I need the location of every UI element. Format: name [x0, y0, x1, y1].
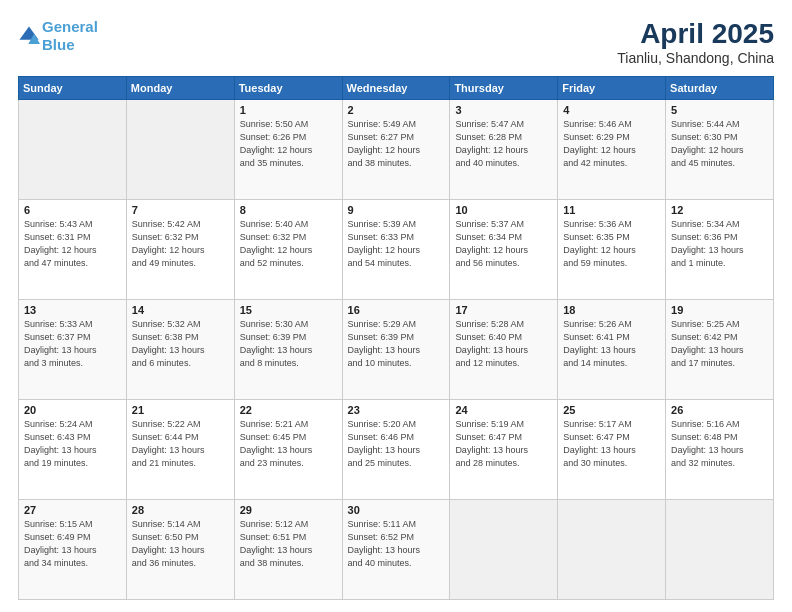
day-number: 16: [348, 304, 445, 316]
day-number: 20: [24, 404, 121, 416]
day-info: Sunrise: 5:49 AM Sunset: 6:27 PM Dayligh…: [348, 118, 445, 170]
calendar-body: 1Sunrise: 5:50 AM Sunset: 6:26 PM Daylig…: [19, 100, 774, 600]
day-number: 19: [671, 304, 768, 316]
calendar-cell: [558, 500, 666, 600]
day-number: 24: [455, 404, 552, 416]
day-number: 15: [240, 304, 337, 316]
day-info: Sunrise: 5:43 AM Sunset: 6:31 PM Dayligh…: [24, 218, 121, 270]
subtitle: Tianliu, Shandong, China: [617, 50, 774, 66]
header-row: SundayMondayTuesdayWednesdayThursdayFrid…: [19, 77, 774, 100]
calendar-cell: 17Sunrise: 5:28 AM Sunset: 6:40 PM Dayli…: [450, 300, 558, 400]
day-info: Sunrise: 5:44 AM Sunset: 6:30 PM Dayligh…: [671, 118, 768, 170]
day-number: 27: [24, 504, 121, 516]
day-number: 8: [240, 204, 337, 216]
calendar-table: SundayMondayTuesdayWednesdayThursdayFrid…: [18, 76, 774, 600]
logo: General Blue: [18, 18, 98, 54]
calendar-cell: [19, 100, 127, 200]
calendar-cell: 15Sunrise: 5:30 AM Sunset: 6:39 PM Dayli…: [234, 300, 342, 400]
day-number: 28: [132, 504, 229, 516]
day-info: Sunrise: 5:24 AM Sunset: 6:43 PM Dayligh…: [24, 418, 121, 470]
day-info: Sunrise: 5:32 AM Sunset: 6:38 PM Dayligh…: [132, 318, 229, 370]
calendar-cell: 11Sunrise: 5:36 AM Sunset: 6:35 PM Dayli…: [558, 200, 666, 300]
day-number: 1: [240, 104, 337, 116]
day-number: 5: [671, 104, 768, 116]
main-title: April 2025: [617, 18, 774, 50]
calendar-cell: 21Sunrise: 5:22 AM Sunset: 6:44 PM Dayli…: [126, 400, 234, 500]
day-info: Sunrise: 5:50 AM Sunset: 6:26 PM Dayligh…: [240, 118, 337, 170]
day-number: 14: [132, 304, 229, 316]
calendar-cell: 18Sunrise: 5:26 AM Sunset: 6:41 PM Dayli…: [558, 300, 666, 400]
calendar-cell: [666, 500, 774, 600]
day-number: 10: [455, 204, 552, 216]
calendar-cell: 2Sunrise: 5:49 AM Sunset: 6:27 PM Daylig…: [342, 100, 450, 200]
calendar-cell: 28Sunrise: 5:14 AM Sunset: 6:50 PM Dayli…: [126, 500, 234, 600]
day-number: 23: [348, 404, 445, 416]
calendar-cell: 23Sunrise: 5:20 AM Sunset: 6:46 PM Dayli…: [342, 400, 450, 500]
day-info: Sunrise: 5:30 AM Sunset: 6:39 PM Dayligh…: [240, 318, 337, 370]
header: General Blue April 2025 Tianliu, Shandon…: [18, 18, 774, 66]
header-day-saturday: Saturday: [666, 77, 774, 100]
calendar-cell: 7Sunrise: 5:42 AM Sunset: 6:32 PM Daylig…: [126, 200, 234, 300]
calendar-cell: [126, 100, 234, 200]
day-info: Sunrise: 5:19 AM Sunset: 6:47 PM Dayligh…: [455, 418, 552, 470]
day-number: 2: [348, 104, 445, 116]
calendar-cell: 3Sunrise: 5:47 AM Sunset: 6:28 PM Daylig…: [450, 100, 558, 200]
week-row-2: 6Sunrise: 5:43 AM Sunset: 6:31 PM Daylig…: [19, 200, 774, 300]
calendar-cell: 9Sunrise: 5:39 AM Sunset: 6:33 PM Daylig…: [342, 200, 450, 300]
day-number: 6: [24, 204, 121, 216]
day-number: 26: [671, 404, 768, 416]
week-row-1: 1Sunrise: 5:50 AM Sunset: 6:26 PM Daylig…: [19, 100, 774, 200]
day-info: Sunrise: 5:39 AM Sunset: 6:33 PM Dayligh…: [348, 218, 445, 270]
day-info: Sunrise: 5:26 AM Sunset: 6:41 PM Dayligh…: [563, 318, 660, 370]
calendar-cell: [450, 500, 558, 600]
page: General Blue April 2025 Tianliu, Shandon…: [0, 0, 792, 612]
logo-line2: Blue: [42, 36, 75, 53]
week-row-3: 13Sunrise: 5:33 AM Sunset: 6:37 PM Dayli…: [19, 300, 774, 400]
day-info: Sunrise: 5:15 AM Sunset: 6:49 PM Dayligh…: [24, 518, 121, 570]
day-info: Sunrise: 5:36 AM Sunset: 6:35 PM Dayligh…: [563, 218, 660, 270]
calendar-cell: 24Sunrise: 5:19 AM Sunset: 6:47 PM Dayli…: [450, 400, 558, 500]
day-info: Sunrise: 5:42 AM Sunset: 6:32 PM Dayligh…: [132, 218, 229, 270]
header-day-tuesday: Tuesday: [234, 77, 342, 100]
day-info: Sunrise: 5:20 AM Sunset: 6:46 PM Dayligh…: [348, 418, 445, 470]
header-day-friday: Friday: [558, 77, 666, 100]
calendar-cell: 1Sunrise: 5:50 AM Sunset: 6:26 PM Daylig…: [234, 100, 342, 200]
day-info: Sunrise: 5:25 AM Sunset: 6:42 PM Dayligh…: [671, 318, 768, 370]
header-day-monday: Monday: [126, 77, 234, 100]
day-number: 9: [348, 204, 445, 216]
day-info: Sunrise: 5:11 AM Sunset: 6:52 PM Dayligh…: [348, 518, 445, 570]
day-info: Sunrise: 5:40 AM Sunset: 6:32 PM Dayligh…: [240, 218, 337, 270]
day-number: 11: [563, 204, 660, 216]
day-number: 17: [455, 304, 552, 316]
calendar-cell: 10Sunrise: 5:37 AM Sunset: 6:34 PM Dayli…: [450, 200, 558, 300]
calendar-cell: 26Sunrise: 5:16 AM Sunset: 6:48 PM Dayli…: [666, 400, 774, 500]
day-info: Sunrise: 5:16 AM Sunset: 6:48 PM Dayligh…: [671, 418, 768, 470]
day-info: Sunrise: 5:46 AM Sunset: 6:29 PM Dayligh…: [563, 118, 660, 170]
logo-icon: [18, 25, 40, 47]
day-info: Sunrise: 5:17 AM Sunset: 6:47 PM Dayligh…: [563, 418, 660, 470]
day-info: Sunrise: 5:14 AM Sunset: 6:50 PM Dayligh…: [132, 518, 229, 570]
day-info: Sunrise: 5:37 AM Sunset: 6:34 PM Dayligh…: [455, 218, 552, 270]
title-block: April 2025 Tianliu, Shandong, China: [617, 18, 774, 66]
header-day-sunday: Sunday: [19, 77, 127, 100]
day-number: 22: [240, 404, 337, 416]
calendar-cell: 6Sunrise: 5:43 AM Sunset: 6:31 PM Daylig…: [19, 200, 127, 300]
calendar-cell: 30Sunrise: 5:11 AM Sunset: 6:52 PM Dayli…: [342, 500, 450, 600]
day-number: 29: [240, 504, 337, 516]
day-number: 7: [132, 204, 229, 216]
day-info: Sunrise: 5:47 AM Sunset: 6:28 PM Dayligh…: [455, 118, 552, 170]
day-number: 3: [455, 104, 552, 116]
day-number: 21: [132, 404, 229, 416]
calendar-cell: 4Sunrise: 5:46 AM Sunset: 6:29 PM Daylig…: [558, 100, 666, 200]
header-day-thursday: Thursday: [450, 77, 558, 100]
calendar-cell: 27Sunrise: 5:15 AM Sunset: 6:49 PM Dayli…: [19, 500, 127, 600]
calendar-cell: 19Sunrise: 5:25 AM Sunset: 6:42 PM Dayli…: [666, 300, 774, 400]
day-info: Sunrise: 5:21 AM Sunset: 6:45 PM Dayligh…: [240, 418, 337, 470]
day-info: Sunrise: 5:34 AM Sunset: 6:36 PM Dayligh…: [671, 218, 768, 270]
day-number: 12: [671, 204, 768, 216]
day-info: Sunrise: 5:29 AM Sunset: 6:39 PM Dayligh…: [348, 318, 445, 370]
calendar-header: SundayMondayTuesdayWednesdayThursdayFrid…: [19, 77, 774, 100]
day-number: 13: [24, 304, 121, 316]
day-number: 30: [348, 504, 445, 516]
calendar-cell: 22Sunrise: 5:21 AM Sunset: 6:45 PM Dayli…: [234, 400, 342, 500]
